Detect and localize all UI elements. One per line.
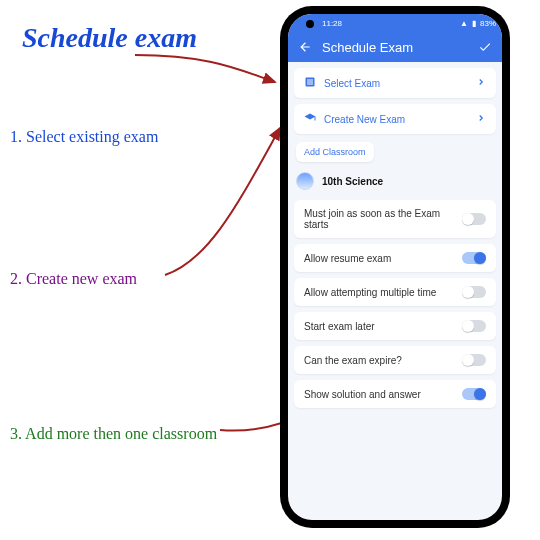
wifi-icon: ▲ — [460, 19, 468, 28]
annotation-step-3: 3. Add more then one classroom — [10, 425, 217, 443]
setting-label: Start exam later — [304, 321, 454, 332]
arrow-back-icon — [298, 40, 312, 54]
classroom-row[interactable]: 10th Science — [294, 168, 496, 194]
confirm-button[interactable] — [476, 38, 494, 56]
back-button[interactable] — [296, 38, 314, 56]
setting-row: Can the exam expire? — [294, 346, 496, 374]
setting-row: Must join as soon as the Exam starts — [294, 200, 496, 238]
svg-rect-1 — [307, 80, 313, 81]
camera-hole — [306, 20, 314, 28]
toggle-resume[interactable] — [462, 252, 486, 264]
classroom-name: 10th Science — [322, 176, 383, 187]
setting-label: Show solution and answer — [304, 389, 454, 400]
setting-row: Show solution and answer — [294, 380, 496, 408]
page-title: Schedule Exam — [322, 40, 468, 55]
toggle-multiple[interactable] — [462, 286, 486, 298]
phone-frame: 11:28 ▲ ▮ 83% Schedule Exam — [280, 6, 510, 528]
chevron-right-icon — [476, 77, 486, 89]
annotation-title: Schedule exam — [22, 22, 197, 54]
setting-row: Start exam later — [294, 312, 496, 340]
signal-icon: ▮ — [472, 19, 476, 28]
setting-label: Allow attempting multiple time — [304, 287, 454, 298]
tutorial-canvas: Schedule exam 1. Select existing exam 2.… — [0, 0, 540, 540]
app-bar: Schedule Exam — [288, 32, 502, 62]
chevron-right-icon — [476, 113, 486, 125]
status-time: 11:28 — [322, 19, 342, 28]
toggle-expire[interactable] — [462, 354, 486, 366]
setting-label: Can the exam expire? — [304, 355, 454, 366]
svg-rect-2 — [307, 82, 313, 83]
battery-label: 83% — [480, 19, 496, 28]
avatar — [296, 172, 314, 190]
toggle-solution[interactable] — [462, 388, 486, 400]
status-bar: 11:28 ▲ ▮ 83% — [288, 14, 502, 32]
content-area: Select Exam Create New Exam Add Classroo… — [288, 62, 502, 520]
setting-row: Allow attempting multiple time — [294, 278, 496, 306]
annotation-step-1: 1. Select existing exam — [10, 128, 158, 146]
graduation-icon — [304, 112, 316, 126]
select-exam-label: Select Exam — [324, 78, 468, 89]
toggle-later[interactable] — [462, 320, 486, 332]
svg-rect-3 — [307, 84, 313, 85]
create-exam-label: Create New Exam — [324, 114, 468, 125]
setting-label: Allow resume exam — [304, 253, 454, 264]
toggle-must-join[interactable] — [462, 213, 486, 225]
setting-row: Allow resume exam — [294, 244, 496, 272]
phone-screen: 11:28 ▲ ▮ 83% Schedule Exam — [288, 14, 502, 520]
create-exam-button[interactable]: Create New Exam — [294, 104, 496, 134]
add-classroom-button[interactable]: Add Classroom — [296, 142, 374, 162]
list-icon — [304, 76, 316, 90]
setting-label: Must join as soon as the Exam starts — [304, 208, 454, 230]
annotation-step-2: 2. Create new exam — [10, 270, 137, 288]
select-exam-button[interactable]: Select Exam — [294, 68, 496, 98]
check-icon — [478, 40, 492, 54]
